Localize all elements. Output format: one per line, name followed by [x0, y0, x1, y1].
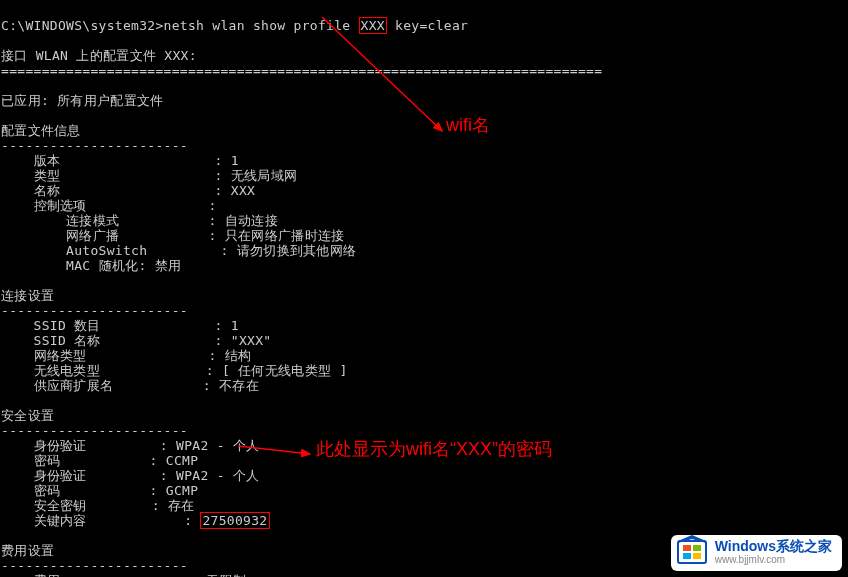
row-name: 名称 : XXX	[1, 183, 255, 198]
windows-logo-icon	[673, 531, 713, 571]
section-sec: 安全设置	[1, 408, 54, 423]
cmd-post: key=clear	[387, 18, 468, 33]
header-underline: ========================================…	[1, 63, 602, 78]
svg-rect-2	[678, 541, 706, 563]
section-dash: -----------------------	[1, 558, 188, 573]
row-auth2: 身份验证 : WPA2 - 个人	[1, 468, 260, 483]
prompt-line: C:\WINDOWS\system32>netsh wlan show prof…	[1, 17, 468, 34]
section-conn: 连接设置	[1, 288, 54, 303]
applied-line: 已应用: 所有用户配置文件	[1, 93, 164, 108]
row-auth1: 身份验证 : WPA2 - 个人	[1, 438, 260, 453]
svg-rect-5	[683, 553, 691, 559]
row-seckey: 安全密钥 : 存在	[1, 498, 195, 513]
row-cost: 费用 : 无限制	[1, 573, 246, 577]
section-profile: 配置文件信息	[1, 123, 81, 138]
terminal-output: C:\WINDOWS\system32>netsh wlan show prof…	[0, 0, 848, 577]
section-dash: -----------------------	[1, 303, 188, 318]
profile-name-highlight: XXX	[359, 17, 387, 34]
row-cipher2: 密码 : GCMP	[1, 483, 198, 498]
svg-rect-6	[693, 553, 701, 559]
row-vendor: 供应商扩展名 : 不存在	[1, 378, 259, 393]
section-dash: -----------------------	[1, 423, 188, 438]
row-broadcast: 网络广播 : 只在网络广播时连接	[1, 228, 345, 243]
row-ctrl: 控制选项 :	[1, 198, 217, 213]
keycontent-label: 关键内容 :	[1, 513, 200, 528]
cmd-prompt: C:\WINDOWS\system32>	[1, 18, 164, 33]
row-type: 类型 : 无线局域网	[1, 168, 297, 183]
cmd-pre: netsh wlan show profile	[164, 18, 359, 33]
svg-rect-3	[683, 545, 691, 551]
section-dash: -----------------------	[1, 138, 188, 153]
row-radiotype: 无线电类型 : [ 任何无线电类型 ]	[1, 363, 348, 378]
password-highlight: 27500932	[200, 512, 269, 529]
watermark: Windows系统之家 www.bjjmlv.com	[671, 535, 842, 571]
row-version: 版本 : 1	[1, 153, 239, 168]
row-cipher1: 密码 : CCMP	[1, 453, 198, 468]
watermark-url: www.bjjmlv.com	[715, 552, 832, 567]
row-key: 关键内容 : 27500932	[1, 512, 270, 529]
row-ssidnum: SSID 数目 : 1	[1, 318, 239, 333]
row-ssidname: SSID 名称 : "XXX"	[1, 333, 271, 348]
interface-header: 接口 WLAN 上的配置文件 XXX:	[1, 48, 197, 63]
row-autoswitch: AutoSwitch : 请勿切换到其他网络	[1, 243, 356, 258]
row-connmode: 连接模式 : 自动连接	[1, 213, 278, 228]
row-nettype: 网络类型 : 结构	[1, 348, 251, 363]
svg-rect-4	[693, 545, 701, 551]
row-macrand: MAC 随机化: 禁用	[1, 258, 181, 273]
section-cost: 费用设置	[1, 543, 54, 558]
